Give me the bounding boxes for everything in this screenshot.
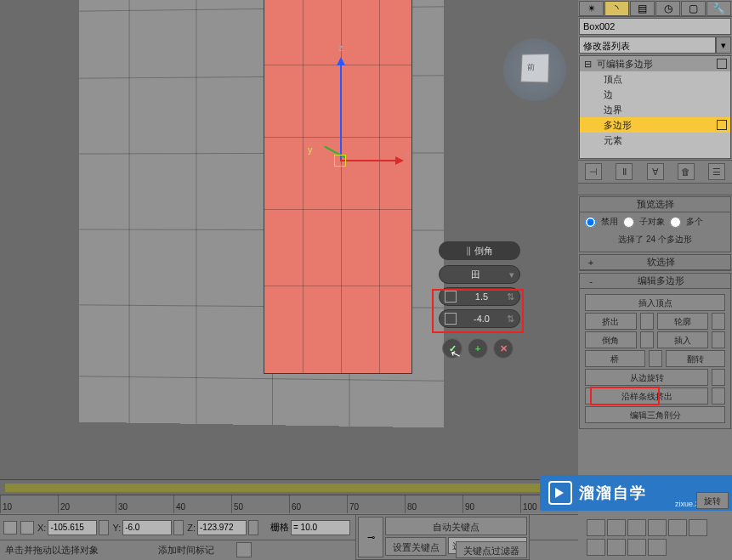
- bevel-caddy: ‖ 倒角 田 ▾ 1.5 ⇅ -4.0 ⇅: [439, 241, 520, 331]
- outline-button[interactable]: 轮廓: [657, 313, 709, 330]
- caddy-mode-icon: 田: [445, 269, 506, 281]
- status-time-tag: 添加时间标记: [153, 544, 214, 557]
- create-tab-icon[interactable]: ✴: [579, 1, 604, 16]
- viewcube-cube[interactable]: [520, 54, 549, 82]
- grid-readout: 栅格: [270, 520, 350, 535]
- rollup-header-preview[interactable]: 预览选择: [580, 197, 730, 212]
- coord-z-input[interactable]: [197, 520, 247, 535]
- stack-item-editable-poly[interactable]: ⊟ 可编辑多边形: [580, 56, 730, 71]
- set-key-button[interactable]: 设置关键点: [385, 537, 446, 556]
- display-tab-icon[interactable]: ▢: [681, 1, 706, 16]
- key-mode-toggle[interactable]: ⊸: [358, 517, 383, 557]
- auto-key-button[interactable]: 自动关键点: [385, 517, 527, 535]
- caddy-mode-button[interactable]: 田 ▾: [439, 265, 520, 284]
- stack-expand-icon[interactable]: ⊟: [583, 59, 592, 70]
- stack-sub-vertex[interactable]: 顶点: [580, 71, 730, 87]
- preview-disable-radio[interactable]: [585, 217, 596, 228]
- object-name-input[interactable]: [579, 18, 731, 35]
- time-ruler[interactable]: 10 20 30 40 50 60 70 80 90 100: [0, 495, 578, 513]
- rollup-soft-selection: + 软选择: [579, 254, 731, 271]
- extrude-spline-settings-button[interactable]: [712, 387, 725, 404]
- transform-type-in-button[interactable]: [20, 521, 34, 535]
- ruler-tick: 40: [173, 495, 231, 513]
- remove-modifier-button[interactable]: 🗑: [678, 163, 695, 180]
- time-slider[interactable]: [0, 479, 578, 495]
- utilities-tab-icon[interactable]: 🔧: [706, 1, 731, 16]
- outline-settings-button[interactable]: [712, 313, 725, 330]
- coord-y-input[interactable]: [122, 520, 172, 535]
- rollup-header-softsel[interactable]: + 软选择: [580, 255, 730, 270]
- caddy-mode-arrow-icon: ▾: [509, 269, 514, 280]
- key-filters-button[interactable]: 关键点过滤器: [456, 541, 527, 558]
- stack-sub-element[interactable]: 元素: [580, 133, 730, 148]
- coord-z-spinner[interactable]: [248, 520, 258, 535]
- configure-sets-button[interactable]: ☰: [708, 163, 725, 180]
- stack-sub-polygon[interactable]: 多边形: [580, 117, 730, 133]
- stack-sub-border[interactable]: 边界: [580, 102, 730, 117]
- caddy-height-spinner[interactable]: 1.5 ⇅: [439, 287, 520, 306]
- coord-x-spinner[interactable]: [99, 520, 109, 535]
- viewport[interactable]: z x y 前 ‖ 倒角 田 ▾ 1.5 ⇅: [0, 0, 578, 479]
- caddy-outline-spinner[interactable]: -4.0 ⇅: [439, 309, 520, 328]
- coord-y-spinner[interactable]: [173, 520, 184, 535]
- preview-subobj-radio[interactable]: [623, 217, 634, 228]
- caddy-cancel-button[interactable]: ✕: [493, 338, 514, 359]
- prev-frame-button[interactable]: [607, 519, 626, 536]
- retriangulate-rotate-button[interactable]: 旋转: [696, 492, 729, 509]
- stack-show-toggle[interactable]: [717, 59, 727, 69]
- spin-edge-settings-button[interactable]: [712, 369, 725, 386]
- pin-stack-button[interactable]: ⊣: [585, 163, 602, 180]
- coord-z-field: Z:: [187, 520, 258, 535]
- extrude-along-spline-button[interactable]: 沿样条线挤出: [585, 387, 708, 404]
- ruler-tick: 10: [0, 495, 58, 513]
- nav-button-1[interactable]: [689, 519, 707, 536]
- rollup-edit-polygons: - 编辑多边形 插入顶点 挤出 轮廓 倒角 插入 桥: [579, 273, 731, 429]
- inset-button[interactable]: 插入: [657, 331, 709, 348]
- chamfer-button[interactable]: 倒角: [585, 331, 637, 348]
- preview-multi-label: 多个: [686, 216, 703, 228]
- nav-button-2[interactable]: [587, 539, 605, 556]
- modify-tab-icon[interactable]: ◝: [604, 1, 629, 16]
- make-unique-button[interactable]: ∀: [647, 163, 664, 180]
- stack-sub-toggle[interactable]: [717, 120, 727, 130]
- modifier-list-arrow-icon[interactable]: ▾: [716, 37, 731, 54]
- time-slider-track[interactable]: [5, 484, 573, 492]
- coord-y-field: Y:: [112, 520, 184, 535]
- hierarchy-tab-icon[interactable]: ▤: [630, 1, 655, 16]
- selected-polygons[interactable]: [264, 0, 412, 374]
- chamfer-settings-button[interactable]: [640, 331, 654, 348]
- selection-lock-button[interactable]: [3, 521, 17, 535]
- extrude-settings-button[interactable]: [640, 313, 654, 330]
- grid-value: [291, 520, 350, 535]
- motion-tab-icon[interactable]: ◷: [655, 1, 680, 16]
- spinner-icon: ⇅: [507, 291, 514, 303]
- bridge-settings-button[interactable]: [649, 350, 662, 367]
- command-panel-tabs: ✴ ◝ ▤ ◷ ▢ 🔧: [578, 0, 732, 17]
- modifier-stack[interactable]: ⊟ 可编辑多边形 顶点 边 边界 多边形 元素: [579, 55, 731, 159]
- insert-vertex-button[interactable]: 插入顶点: [585, 294, 725, 311]
- goto-start-button[interactable]: [587, 519, 605, 536]
- caddy-apply-button[interactable]: +: [468, 338, 488, 359]
- edit-tri-button[interactable]: 编辑三角剖分: [585, 406, 725, 423]
- flip-button[interactable]: 翻转: [666, 350, 726, 367]
- show-end-result-button[interactable]: Ⅱ: [616, 163, 633, 180]
- nav-button-5[interactable]: [648, 539, 667, 556]
- rollup-header-editpoly[interactable]: - 编辑多边形: [580, 274, 730, 289]
- viewcube[interactable]: 前: [503, 38, 566, 101]
- extrude-button[interactable]: 挤出: [585, 313, 637, 330]
- spin-edge-button[interactable]: 从边旋转: [585, 369, 708, 386]
- nav-button-4[interactable]: [627, 539, 646, 556]
- preview-multi-radio[interactable]: [670, 217, 681, 228]
- modifier-list-dropdown[interactable]: 修改器列表: [579, 37, 716, 54]
- stack-sub-edge[interactable]: 边: [580, 87, 730, 102]
- inset-settings-button[interactable]: [712, 331, 725, 348]
- next-frame-button[interactable]: [648, 519, 667, 536]
- rollup-preview-selection: 预览选择 禁用 子对象 多个 选择了 24 个多边形: [579, 196, 731, 252]
- coord-x-input[interactable]: [48, 520, 97, 535]
- time-tag-button[interactable]: [236, 542, 252, 557]
- bridge-button[interactable]: 桥: [585, 350, 645, 367]
- goto-end-button[interactable]: [668, 519, 687, 536]
- play-button[interactable]: [627, 519, 646, 536]
- coord-x-label: X:: [37, 523, 46, 533]
- nav-button-3[interactable]: [607, 539, 626, 556]
